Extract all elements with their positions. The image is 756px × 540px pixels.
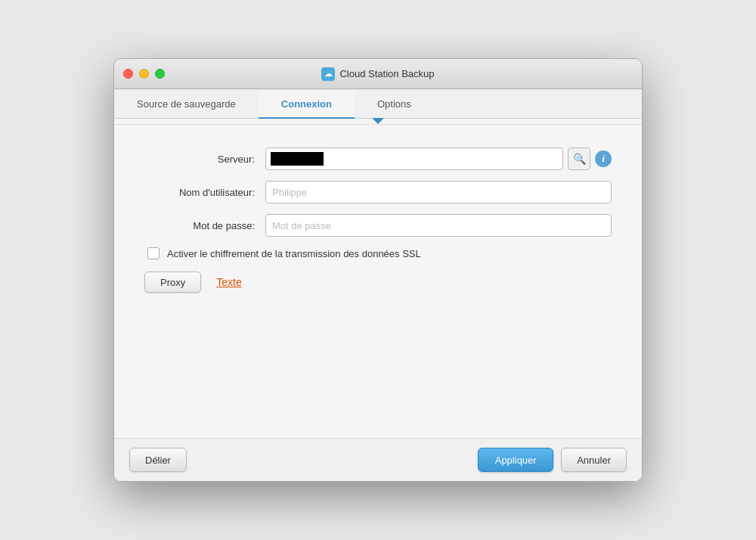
info-icon: i xyxy=(602,153,605,165)
footer-right-buttons: Appliquer Annuler xyxy=(478,448,627,472)
annuler-button[interactable]: Annuler xyxy=(561,448,627,472)
window-title: Cloud Station Backup xyxy=(321,67,434,81)
app-window: Cloud Station Backup Source de sauvegard… xyxy=(113,58,643,482)
tab-bar: Source de sauvegarde Connexion Options xyxy=(114,89,642,119)
password-row: Mot de passe: xyxy=(144,214,612,237)
proxy-row: Proxy Texte xyxy=(144,272,612,293)
proxy-button[interactable]: Proxy xyxy=(144,272,201,293)
maximize-button[interactable] xyxy=(155,69,165,79)
status-text[interactable]: Texte xyxy=(216,276,241,288)
serveur-label: Serveur: xyxy=(144,154,265,165)
tab-triangle xyxy=(372,118,384,124)
tab-indicator xyxy=(114,119,642,125)
server-input-group: 🔍 i xyxy=(265,147,612,170)
delier-button[interactable]: Délier xyxy=(129,448,187,472)
password-label: Mot de passe: xyxy=(144,220,265,231)
info-button[interactable]: i xyxy=(595,151,612,167)
window-controls xyxy=(123,69,165,79)
footer: Délier Appliquer Annuler xyxy=(114,438,642,481)
username-label: Nom d'utilisateur: xyxy=(144,187,265,198)
ssl-checkbox[interactable] xyxy=(147,247,160,259)
tab-source[interactable]: Source de sauvegarde xyxy=(114,91,259,119)
ssl-label: Activer le chiffrement de la transmissio… xyxy=(167,248,421,259)
server-masked-value xyxy=(271,152,324,166)
tab-connexion[interactable]: Connexion xyxy=(259,91,355,119)
serveur-row: Serveur: 🔍 i xyxy=(144,147,612,170)
appliquer-button[interactable]: Appliquer xyxy=(478,448,553,472)
minimize-button[interactable] xyxy=(139,69,149,79)
form-content: Serveur: 🔍 i Nom d'utilisateur: xyxy=(114,125,642,438)
username-row: Nom d'utilisateur: xyxy=(144,181,612,203)
tab-options[interactable]: Options xyxy=(355,91,434,119)
server-input-container xyxy=(265,147,563,170)
password-input[interactable] xyxy=(265,214,612,237)
search-icon: 🔍 xyxy=(573,153,586,165)
close-button[interactable] xyxy=(123,69,133,79)
username-input[interactable] xyxy=(265,181,612,203)
app-icon xyxy=(321,67,335,81)
window-title-text: Cloud Station Backup xyxy=(339,68,434,79)
search-button[interactable]: 🔍 xyxy=(568,147,590,170)
ssl-row: Activer le chiffrement de la transmissio… xyxy=(144,247,612,259)
titlebar: Cloud Station Backup xyxy=(114,59,642,89)
